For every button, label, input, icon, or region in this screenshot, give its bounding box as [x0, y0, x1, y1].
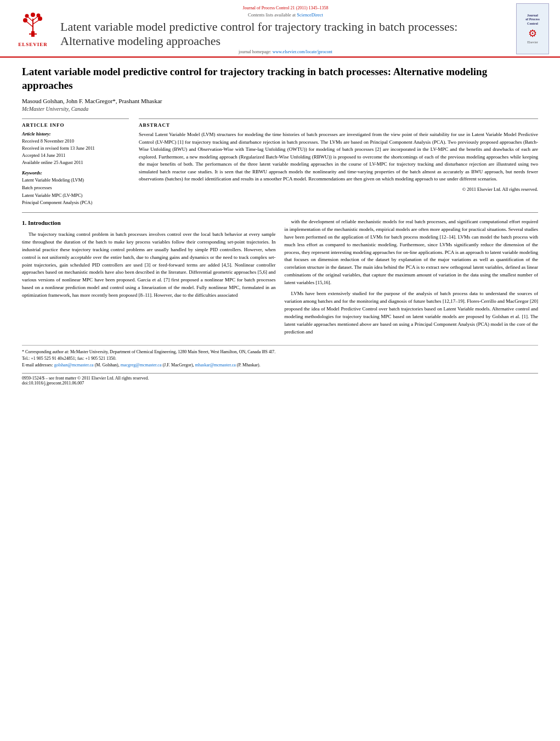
intro-heading: 1. Introduction [22, 218, 276, 228]
abstract-text: Several Latent Variable Model (LVM) stru… [139, 131, 538, 183]
email1-name: (M. Golshan), [95, 363, 120, 367]
accepted-date: Accepted 14 June 2011 [22, 152, 129, 159]
elsevier-tree-icon [18, 10, 48, 41]
article-info: ARTICLE INFO Article history: Received 8… [22, 118, 129, 206]
thumb-icon: ⚙ [528, 27, 537, 39]
online-date: Available online 25 August 2011 [22, 159, 129, 166]
sciencedirect-line: Contents lists available at ScienceDirec… [248, 12, 323, 18]
keyword-4: Principal Component Analysis (PCA) [22, 199, 129, 207]
elsevier-label: ELSEVIER [18, 42, 48, 47]
info-abstract-section: ARTICLE INFO Article history: Received 8… [22, 118, 538, 206]
issn-line: 0959-1524/$ – see front matter © 2011 El… [22, 376, 538, 381]
article-info-heading: ARTICLE INFO [22, 122, 129, 128]
section-divider [22, 212, 538, 213]
history-section: Article history: Received 8 November 201… [22, 131, 129, 166]
received-date: Received 8 November 2010 [22, 138, 129, 145]
elsevier-logo: ELSEVIER [11, 3, 55, 56]
affiliation: McMaster University, Canada [22, 106, 538, 112]
svg-point-7 [23, 18, 27, 22]
authors: Masoud Golshan, John F. MacGregor*, Pras… [22, 98, 538, 104]
email-label: E-mail addresses: [22, 363, 53, 367]
abstract-section: ABSTRACT Several Latent Variable Model (… [139, 118, 538, 206]
svg-rect-1 [29, 33, 37, 35]
thumb-subtitle: Elsevier [527, 41, 538, 44]
intro-p1: The trajectory tracking control problem … [22, 231, 276, 299]
footnote-emails: E-mail addresses: golshan@mcmaster.ca (M… [22, 362, 538, 369]
email1-link[interactable]: golshan@mcmaster.ca [54, 363, 94, 367]
journal-citation: Journal of Process Control 21 (2011) 134… [242, 5, 328, 10]
journal-homepage: journal homepage: www.elsevier.com/locat… [239, 49, 332, 54]
keywords-section: Keywords: Latent Variable Modeling (LVM)… [22, 170, 129, 206]
article-title: Latent variable model predictive control… [22, 65, 538, 92]
sciencedirect-link[interactable]: ScienceDirect [297, 12, 323, 18]
svg-line-3 [26, 21, 33, 27]
intro-p2: with the development of reliable mechani… [285, 218, 539, 287]
email2-name: (J.F. MacGregor), [162, 363, 194, 367]
body-col-left: 1. Introduction The trajectory tracking … [22, 218, 276, 340]
keyword-3: Latent Variable MPC (LV-MPC) [22, 192, 129, 200]
abstract-heading: ABSTRACT [139, 122, 538, 128]
footnote-area: * Corresponding author at: McMaster Univ… [22, 345, 538, 369]
homepage-url[interactable]: www.elsevier.com/locate/jprocont [273, 49, 332, 54]
svg-line-4 [33, 20, 39, 24]
body-content: 1. Introduction The trajectory tracking … [22, 218, 538, 340]
doi-line: doi:10.1016/j.jprocont.2011.06.007 [22, 381, 538, 386]
keywords-label: Keywords: [22, 170, 129, 176]
article-main: Latent variable model predictive control… [0, 58, 560, 391]
svg-point-9 [25, 14, 29, 18]
svg-line-5 [28, 17, 33, 21]
history-label: Article history: [22, 131, 129, 137]
footnote-tel: Tel.: +1 905 525 91 40x24851; fax: +1 90… [22, 355, 538, 362]
svg-point-11 [31, 13, 35, 17]
journal-thumbnail: Journalof ProcessControl ⚙ Elsevier [516, 3, 549, 54]
footnote-star: * Corresponding author at: McMaster Univ… [22, 349, 538, 355]
bottom-bar: 0959-1524/$ – see front matter © 2011 El… [22, 373, 538, 386]
journal-header: ELSEVIER Journal of Process Control 21 (… [0, 0, 560, 58]
header-center: Journal of Process Control 21 (2011) 134… [55, 3, 516, 56]
email2-link[interactable]: macgreg@mcmaster.ca [121, 363, 162, 367]
keyword-1: Latent Variable Modeling (LVM) [22, 177, 129, 184]
svg-point-10 [36, 14, 40, 18]
svg-line-6 [33, 16, 38, 20]
intro-p3: LVMs have been extensively studied for t… [285, 290, 539, 336]
thumb-journal-title: Journalof ProcessControl [525, 14, 540, 26]
revised-date: Received in revised form 13 June 2011 [22, 145, 129, 152]
journal-title: Latent variable model predictive control… [60, 20, 511, 48]
keyword-2: Batch processes [22, 184, 129, 192]
email3-name: (P. Mhaskar). [237, 363, 261, 367]
email3-link[interactable]: mhaskar@mcmaster.ca [195, 363, 236, 367]
copyright-line: © 2011 Elsevier Ltd. All rights reserved… [139, 186, 538, 192]
body-col-right: with the development of reliable mechani… [285, 218, 539, 340]
